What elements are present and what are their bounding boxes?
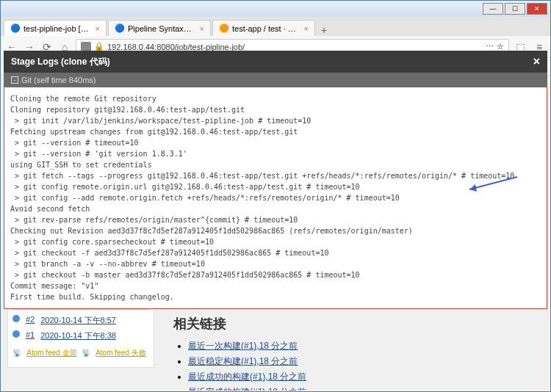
new-tab-button[interactable]: + [317,24,331,36]
window-close-button[interactable]: ✕ [527,3,547,15]
stage-logs-modal: Stage Logs (clone 代码) × − Git (self time… [4,51,547,309]
build-item[interactable]: #1 2020-10-14 下午8:38 [12,328,149,344]
modal-title: Stage Logs (clone 代码) [11,56,110,68]
build-item[interactable]: #2 2020-10-14 下午8:57 [12,313,149,328]
tab-close-icon[interactable]: × [96,24,100,33]
build-status-icon [12,330,20,338]
collapse-icon[interactable]: − [11,76,18,84]
tab-icon: 🔵 [115,23,125,33]
related-links-title: 相关链接 [173,315,544,333]
tab-close-icon[interactable]: × [200,24,204,33]
build-time[interactable]: 2020-10-14 下午8:57 [40,315,116,326]
related-link[interactable]: 最近完成的构建(#1),18 分之前 [188,387,306,391]
tab-close-icon[interactable]: × [304,24,309,33]
log-section-title: Git (self time 840ms) [21,76,96,84]
window-minimize-button[interactable]: — [483,3,503,15]
browser-tabs: 🔵 test-pipline-job [Jenkins] × 🔵 Pipelin… [1,17,550,36]
related-link[interactable]: 最近稳定构建(#1),18 分之前 [188,356,298,366]
build-number[interactable]: #1 [26,330,35,341]
tab-label: Pipeline Syntax Snippet Gen [128,24,194,33]
log-output: Cloning the remote Git repository Clonin… [4,87,547,309]
window-maximize-button[interactable]: ☐ [505,3,525,15]
related-link[interactable]: 最近一次构建(#1),18 分之前 [188,341,298,351]
build-time[interactable]: 2020-10-14 下午8:38 [40,330,116,341]
modal-header: Stage Logs (clone 代码) × [4,51,547,73]
build-number[interactable]: #2 [26,315,35,326]
build-status-icon [12,315,20,322]
tab-jenkins[interactable]: 🔵 test-pipline-job [Jenkins] × [4,20,107,36]
rss-icon: 📡 [12,349,21,357]
modal-subheader[interactable]: − Git (self time 840ms) [4,73,547,87]
tab-icon: 🟠 [219,23,229,33]
url-text: 192.168.0.44:8080/job/test-pipline-job/ [107,43,483,51]
tab-gitlab[interactable]: 🟠 test-app / test · GitLab × [212,20,315,36]
tab-icon: 🔵 [10,23,21,33]
modal-close-button[interactable]: × [533,55,540,68]
tab-pipeline-syntax[interactable]: 🔵 Pipeline Syntax Snippet Gen × [108,20,211,36]
rss-icon: 📡 [82,349,90,357]
atom-feed-fail[interactable]: Atom feed 失败 [96,349,145,357]
tab-label: test-pipline-job [Jenkins] [24,24,90,33]
window-titlebar: — ☐ ✕ [1,1,550,17]
atom-feed-all[interactable]: Atom feed 全部 [26,349,76,357]
tab-label: test-app / test · GitLab [232,24,298,33]
related-link[interactable]: 最近成功的构建(#1),18 分之前 [188,371,306,382]
